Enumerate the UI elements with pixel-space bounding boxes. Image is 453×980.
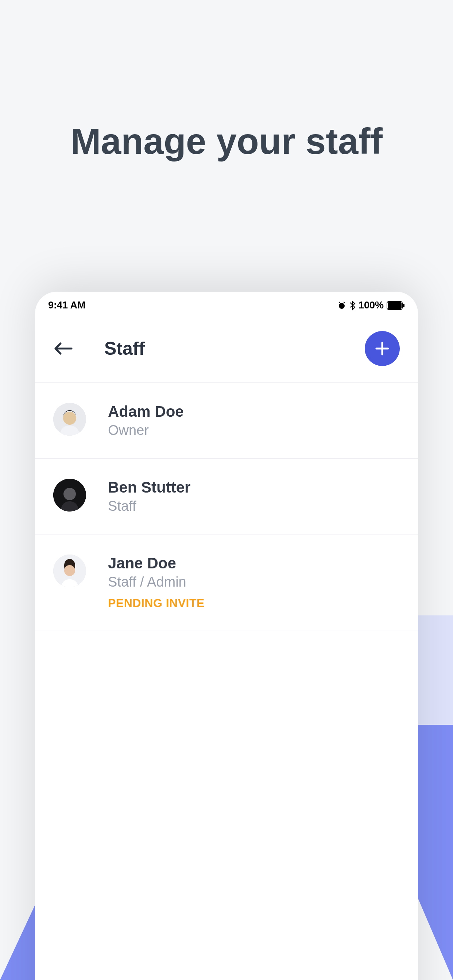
avatar xyxy=(53,403,86,436)
staff-text: Adam Doe Owner xyxy=(108,403,184,438)
staff-role: Owner xyxy=(108,423,184,438)
back-button[interactable] xyxy=(53,337,75,360)
battery-icon xyxy=(387,301,405,310)
plus-icon xyxy=(374,340,390,356)
avatar xyxy=(53,479,86,512)
battery-pct-label: 100% xyxy=(359,300,384,311)
svg-rect-2 xyxy=(388,302,402,309)
arrow-left-icon xyxy=(53,341,73,356)
svg-point-7 xyxy=(64,488,76,500)
staff-role: Staff / Admin xyxy=(108,574,205,590)
status-bar: 9:41 AM 100% xyxy=(35,292,418,315)
staff-row[interactable]: Ben Stutter Staff xyxy=(35,459,418,535)
svg-point-5 xyxy=(63,412,76,425)
status-time: 9:41 AM xyxy=(48,300,86,311)
alarm-icon xyxy=(337,301,346,310)
bluetooth-icon xyxy=(349,301,356,310)
staff-text: Jane Doe Staff / Admin PENDING INVITE xyxy=(108,555,205,610)
app-header: Staff xyxy=(35,315,418,383)
marketing-headline: Manage your staff xyxy=(0,120,453,162)
staff-text: Ben Stutter Staff xyxy=(108,479,190,514)
staff-row[interactable]: Jane Doe Staff / Admin PENDING INVITE xyxy=(35,535,418,630)
status-right-group: 100% xyxy=(337,300,405,311)
staff-role: Staff xyxy=(108,498,190,514)
add-staff-button[interactable] xyxy=(365,331,400,366)
staff-row[interactable]: Adam Doe Owner xyxy=(35,383,418,459)
phone-frame: 9:41 AM 100% Staff xyxy=(35,292,418,980)
svg-rect-3 xyxy=(403,304,405,307)
staff-name: Ben Stutter xyxy=(108,479,190,496)
page-title: Staff xyxy=(104,338,365,359)
svg-point-9 xyxy=(64,565,75,576)
staff-name: Adam Doe xyxy=(108,403,184,420)
svg-point-0 xyxy=(339,303,345,309)
staff-name: Jane Doe xyxy=(108,555,205,572)
pending-invite-badge: PENDING INVITE xyxy=(108,597,205,610)
avatar xyxy=(53,555,86,587)
